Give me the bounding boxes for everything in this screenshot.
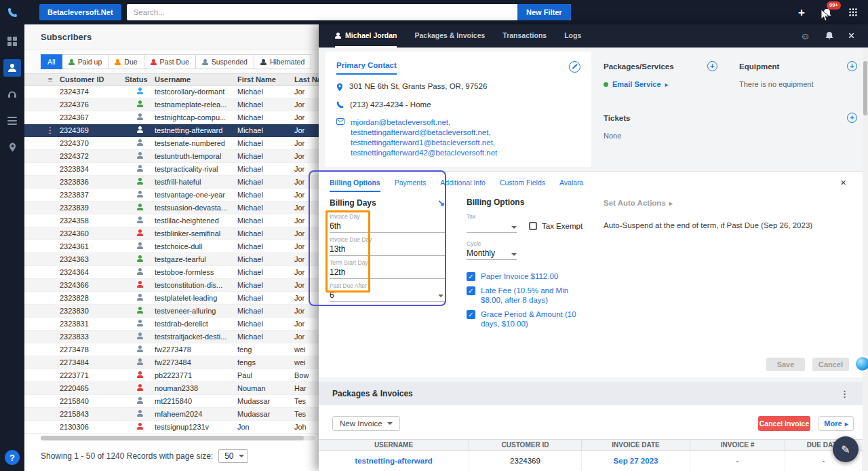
paper-invoice-checkbox[interactable]: ✓ Paper Invoice $112.00 <box>467 271 595 281</box>
table-row[interactable]: ⋮ 2324374 testcorollary-dormant Michael … <box>24 86 319 98</box>
invoice-row[interactable]: testnetting-afterward 2324369 Sep 27 202… <box>319 451 863 471</box>
primary-contact-tab[interactable]: Primary Contact <box>336 61 397 75</box>
table-row[interactable]: ⋮ 2223771 pb2223771 Paul Bow <box>24 369 319 382</box>
table-row[interactable]: ⋮ 2324376 testnameplate-relea... Michael… <box>24 98 319 111</box>
edit-fab[interactable]: ✎ <box>833 436 859 462</box>
invoice-day-field[interactable]: Invoice Day 6th <box>330 212 445 233</box>
invoice-date-link[interactable]: Sep 27 2023 <box>582 451 690 471</box>
apps-grid-icon[interactable] <box>849 8 857 16</box>
filter-suspended[interactable]: Suspended <box>196 54 254 69</box>
bell-icon[interactable] <box>825 30 833 42</box>
filter-paid-up[interactable]: Paid up <box>62 54 109 69</box>
filter-all[interactable]: All <box>41 54 62 69</box>
tab-customer-name[interactable]: Michael Jordan <box>335 24 397 48</box>
new-filter-button[interactable]: New Filter <box>517 4 571 20</box>
past-due-after-select[interactable]: Past Due After 6 <box>330 282 445 302</box>
add-equipment-icon[interactable]: + <box>847 61 857 71</box>
new-invoice-button[interactable]: New Invoice <box>332 416 400 431</box>
page-size-select[interactable]: 50 <box>218 449 248 463</box>
tab-packages-invoices[interactable]: Packages & Invoices <box>414 24 485 48</box>
horizontal-scrollbar[interactable] <box>41 436 315 440</box>
table-row[interactable]: ⋮ 2215843 mfaheem2024 Mudassar Tes <box>24 408 319 421</box>
cycle-select[interactable]: Cycle Monthly <box>467 240 517 260</box>
kebab-menu-icon[interactable]: ⋮ <box>840 389 849 399</box>
tab-avalara[interactable]: Avalara <box>559 178 583 192</box>
tab-payments[interactable]: Payments <box>395 178 427 192</box>
table-row[interactable]: ⋮ 2324367 testnightcap-compu... Michael … <box>24 111 319 124</box>
tab-transactions[interactable]: Transactions <box>502 24 547 48</box>
sidebar-item-support[interactable] <box>3 86 21 103</box>
table-row[interactable]: ⋮ 2324364 testoboe-formless Michael Jor <box>24 266 319 279</box>
late-fee-checkbox[interactable]: ✓ Late Fee (10.5% and Min $8.00, after 8… <box>467 286 595 305</box>
table-row[interactable]: ⋮ 2323834 testpracticality-rival Michael… <box>24 163 319 176</box>
term-start-day-field[interactable]: Term Start Day 12th <box>330 259 445 279</box>
tax-exempt-checkbox[interactable]: Tax Exempt <box>529 222 583 230</box>
table-row[interactable]: ⋮ 2323839 testsuasion-devasta... Michael… <box>24 202 319 214</box>
table-row[interactable]: ⋮ 2323837 testvantage-one-year Michael J… <box>24 189 319 202</box>
table-row[interactable]: ⋮ 2324372 testuntruth-temporal Michael J… <box>24 150 319 163</box>
row-last-name: wei <box>294 358 319 366</box>
filter-due[interactable]: Due <box>108 54 144 69</box>
add-package-icon[interactable]: + <box>707 61 717 71</box>
cancel-invoice-button[interactable]: Cancel Invoice <box>758 416 810 431</box>
row-customer-id: 2323834 <box>60 165 125 173</box>
row-username: testblinker-semifinal <box>155 229 237 238</box>
arrow-icon[interactable]: ↘ <box>437 197 445 208</box>
invoice-due-day-field[interactable]: Invoice Due Day 13th <box>330 236 445 256</box>
sidebar-item-lists[interactable] <box>3 112 21 130</box>
tab-billing-options[interactable]: Billing Options <box>330 178 380 192</box>
tab-custom-fields[interactable]: Custom Fields <box>500 178 545 192</box>
table-row[interactable]: ⋮ 2273478 fw2273478 feng wei <box>24 343 319 356</box>
tax-select[interactable]: Tax <box>467 212 517 233</box>
filter-past-due[interactable]: Past Due <box>144 54 196 69</box>
table-row[interactable]: ⋮ 2324360 testblinker-semifinal Michael … <box>24 227 319 240</box>
table-row[interactable]: ⋮ 2323831 testdrab-derelict Michael Jor <box>24 318 319 331</box>
feedback-smiley-icon[interactable]: ☺ <box>800 31 810 41</box>
table-row[interactable]: ⋮ 2324370 testsenate-numbered Michael Jo… <box>24 137 319 150</box>
row-menu-icon[interactable]: ⋮ <box>41 126 60 135</box>
table-row[interactable]: ⋮ 2324358 testlilac-heightened Michael J… <box>24 214 319 227</box>
vertical-scrollbar[interactable] <box>863 48 868 471</box>
row-last-name: Jor <box>294 268 319 276</box>
service-item[interactable]: Email Service ▸ <box>604 80 717 88</box>
add-ticket-icon[interactable]: + <box>847 113 857 123</box>
tab-additional-info[interactable]: Additional Info <box>440 178 486 192</box>
sidebar-item-subscribers[interactable] <box>3 59 21 77</box>
table-row[interactable]: ⋮ 2323836 testfrill-hateful Michael Jor <box>24 176 319 189</box>
globe-widget[interactable] <box>854 356 868 372</box>
cancel-button[interactable]: Cancel <box>812 358 849 371</box>
tab-logs[interactable]: Logs <box>564 24 581 48</box>
grace-period-checkbox[interactable]: ✓ Grace Period & Amount (10 days, $10.00… <box>467 309 595 328</box>
table-row[interactable]: ⋮ 2323833 teststraitjacket-desti... Mich… <box>24 331 319 343</box>
help-button[interactable]: ? <box>5 450 20 465</box>
more-button[interactable]: More ▸ <box>818 416 854 431</box>
table-row[interactable]: ⋮ 2324363 testgaze-tearful Michael Jor <box>24 253 319 266</box>
sidebar-item-dashboard[interactable] <box>3 33 21 50</box>
table-row[interactable]: ⋮ 2323830 testveneer-alluring Michael Jo… <box>24 305 319 318</box>
email-list[interactable]: mjordan@betacleversoft.net, testnettinga… <box>351 117 580 158</box>
hamburger-icon[interactable]: ≡ <box>41 75 60 83</box>
row-customer-id: 2323837 <box>60 191 125 199</box>
invoice-username-link[interactable]: testnetting-afterward <box>319 451 469 471</box>
filter-hibernated[interactable]: Hibernated <box>254 54 311 69</box>
table-row[interactable]: ⋮ 2215840 mt2215840 Mudassar Tes <box>24 395 319 408</box>
edit-contact-icon[interactable] <box>569 61 580 73</box>
row-first-name: Michael <box>237 242 294 250</box>
table-row[interactable]: ⋮ 2324366 testconstitution-dis... Michae… <box>24 279 319 292</box>
notifications-bell-icon[interactable]: 99+ <box>823 7 831 17</box>
sidebar-item-map[interactable] <box>3 138 21 156</box>
table-row[interactable]: ⋮ 2323828 testplatelet-leading Michael J… <box>24 292 319 305</box>
brand-button[interactable]: Betacleversoft.Net <box>39 4 121 20</box>
save-button[interactable]: Save <box>766 358 805 371</box>
close-icon[interactable]: × <box>848 31 854 41</box>
table-row[interactable]: ⋮ 2273484 fw2273484 fengs wei <box>24 356 319 369</box>
add-icon[interactable]: + <box>798 7 805 18</box>
table-row[interactable]: ⋮ 2130306 testsignup1231v Jon Joh <box>24 421 319 434</box>
scrollbar-thumb[interactable] <box>863 61 867 115</box>
table-row[interactable]: ⋮ 2324361 testchoice-dull Michael Jor <box>24 240 319 253</box>
set-auto-actions-link[interactable]: Set Auto Actions ▸ <box>604 199 861 207</box>
search-input[interactable] <box>127 4 517 20</box>
table-row[interactable]: ⋮ 2220465 nouman2338 Nouman Har <box>24 382 319 395</box>
table-row[interactable]: ⋮ 2324369 testnetting-afterward Michael … <box>24 124 319 137</box>
close-billing-icon[interactable]: × <box>840 177 846 187</box>
